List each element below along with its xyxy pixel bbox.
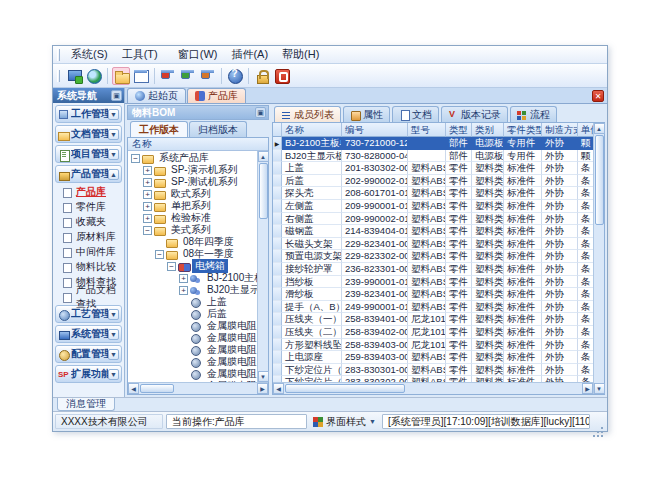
- chevron-down-icon[interactable]: ▼: [108, 149, 119, 160]
- menu-item-5[interactable]: 帮助(H): [275, 47, 326, 61]
- column-header-2[interactable]: 编号: [342, 123, 408, 137]
- table-row[interactable]: 上电源座259-839403-00X塑料ABS零件塑料类标准件外协条: [273, 351, 593, 364]
- bom-tab-2[interactable]: 归档版本: [189, 121, 247, 137]
- sidebar-group-7[interactable]: 配置管理▼: [55, 345, 122, 363]
- sidebar-group-3[interactable]: 项目管理▼: [55, 145, 122, 163]
- expand-icon[interactable]: +: [179, 286, 188, 295]
- tree-hscroll-thumb[interactable]: [140, 384, 174, 393]
- table-row[interactable]: 后盖202-990002-01X塑料ABS零件塑料类标准件外协条: [273, 175, 593, 188]
- scroll-down-icon[interactable]: ▼: [594, 383, 605, 394]
- column-header-1[interactable]: 名称: [282, 123, 342, 137]
- sidebar-item-8[interactable]: 产品文档查找: [53, 290, 124, 303]
- scroll-left-icon[interactable]: ◀: [128, 383, 139, 394]
- menu-grip[interactable]: [57, 49, 60, 61]
- table-row[interactable]: 探头壳208-601701-01X塑料ABS零件塑料类标准件外协条: [273, 187, 593, 200]
- collapse-icon[interactable]: −: [131, 154, 140, 163]
- toolbar-grip[interactable]: [57, 70, 60, 82]
- chevron-down-icon[interactable]: ▼: [108, 369, 119, 380]
- column-header-6[interactable]: 零件类型: [504, 123, 542, 137]
- grid-vscroll-thumb[interactable]: [595, 135, 604, 225]
- expand-icon[interactable]: +: [179, 274, 188, 283]
- folder-open-icon[interactable]: [112, 67, 130, 85]
- resize-grip[interactable]: [593, 419, 605, 431]
- table-row[interactable]: 右侧盖209-990002-01X塑料ABS零件塑料类标准件外协条: [273, 213, 593, 226]
- column-header-3[interactable]: 型号: [408, 123, 446, 137]
- scroll-right-icon[interactable]: ▶: [582, 383, 593, 394]
- ui-style-dropdown[interactable]: 界面样式 ▼: [310, 414, 379, 430]
- menu-item-4[interactable]: 插件(A): [224, 47, 275, 61]
- sidebar-item-3[interactable]: 收藏夹: [53, 215, 124, 228]
- table-row[interactable]: 提手（A、B）249-990001-01X塑料ABS零件塑料类标准件外协条: [273, 301, 593, 314]
- tree-horizontal-scrollbar[interactable]: ◀ ▶: [128, 382, 268, 394]
- grid-tab-1[interactable]: 成员列表: [274, 106, 341, 122]
- chevron-down-icon[interactable]: ▼: [108, 109, 119, 120]
- sidebar-group-4[interactable]: 产品管理▲: [55, 165, 122, 183]
- doc-tab-1[interactable]: 起始页: [127, 88, 186, 103]
- sidebar-group-8[interactable]: 扩展功能▼: [55, 365, 122, 383]
- tree-node[interactable]: 上盖: [128, 296, 257, 308]
- menu-item-3[interactable]: 窗口(W): [171, 47, 225, 61]
- menu-item-1[interactable]: 系统(S): [64, 47, 115, 61]
- sidebar-item-6[interactable]: 物料比较: [53, 260, 124, 273]
- close-document-icon[interactable]: ✕: [592, 90, 604, 102]
- scroll-up-icon[interactable]: ▲: [594, 123, 605, 134]
- collapse-icon[interactable]: −: [155, 250, 164, 259]
- help-icon[interactable]: [226, 67, 244, 85]
- grid-tab-2[interactable]: 属性: [343, 106, 390, 122]
- window-close-icon[interactable]: [159, 67, 177, 85]
- table-row[interactable]: 上盖201-830302-00X塑料ABS零件塑料类标准件外协条: [273, 162, 593, 175]
- column-header-7[interactable]: 制造方式: [542, 123, 578, 137]
- chevron-down-icon[interactable]: ▼: [108, 349, 119, 360]
- chevron-down-icon[interactable]: ▼: [108, 329, 119, 340]
- expand-icon[interactable]: +: [143, 190, 152, 199]
- windows-icon[interactable]: [132, 67, 150, 85]
- table-row[interactable]: 方形塑料线坠258-839403-00X尼龙1010零件塑料类标准件外协条: [273, 339, 593, 352]
- bom-tab-1[interactable]: 工作版本: [130, 121, 188, 137]
- table-row[interactable]: 预置电源支架229-823302-00X塑料ABS零件塑料类标准件外协条: [273, 250, 593, 263]
- sidebar-menu-button[interactable]: ▣: [111, 90, 122, 101]
- bom-panel-menu-button[interactable]: ▣: [255, 107, 266, 118]
- sidebar-item-1[interactable]: 产品库: [53, 185, 124, 198]
- sidebar-item-5[interactable]: 中间件库: [53, 245, 124, 258]
- window-refresh-icon[interactable]: [179, 67, 197, 85]
- chevron-down-icon[interactable]: ▼: [108, 309, 119, 320]
- sidebar-item-2[interactable]: 零件库: [53, 200, 124, 213]
- table-row[interactable]: 长磁头支架229-823401-00X塑料ABS零件塑料类标准件外协条: [273, 238, 593, 251]
- tree-node[interactable]: +BJ20主显示板: [128, 284, 257, 296]
- sidebar-group-1[interactable]: 工作管理▼: [55, 105, 122, 123]
- chevron-up-icon[interactable]: ▲: [108, 169, 119, 180]
- tree-node[interactable]: 金属膜电阻器: [128, 380, 257, 382]
- column-header-4[interactable]: 类型: [446, 123, 472, 137]
- table-row[interactable]: BJ20主显示板730-828000-04X部件电源板专用件外协颗: [273, 150, 593, 163]
- chevron-down-icon[interactable]: ▼: [108, 129, 119, 140]
- collapse-icon[interactable]: −: [143, 226, 152, 235]
- table-row[interactable]: 下纱定位片（左）283-830301-00X塑料ABS零件塑料类标准件外协条: [273, 364, 593, 377]
- expand-icon[interactable]: +: [143, 178, 152, 187]
- collapse-icon[interactable]: −: [167, 262, 176, 271]
- tab-message-manager[interactable]: 消息管理: [57, 398, 115, 411]
- tree-vscroll-thumb[interactable]: [259, 163, 268, 219]
- sidebar-group-2[interactable]: 文档管理▼: [55, 125, 122, 143]
- sidebar-group-6[interactable]: 系统管理▼: [55, 325, 122, 343]
- grid-horizontal-scrollbar[interactable]: ◀ ▶: [273, 382, 593, 394]
- table-row[interactable]: 滑纱板239-823401-00X塑料ABS零件塑料类标准件外协条: [273, 288, 593, 301]
- table-row[interactable]: 压线夹（二）258-839402-00X尼龙1010零件塑料类标准件外协条: [273, 326, 593, 339]
- expand-icon[interactable]: +: [143, 214, 152, 223]
- menu-item-2[interactable]: 工具(T): [115, 47, 165, 61]
- scroll-down-icon[interactable]: ▼: [258, 371, 269, 382]
- monitor-icon[interactable]: [65, 67, 83, 85]
- grid-tab-4[interactable]: 版本记录: [441, 106, 508, 122]
- grid-hscroll-thumb[interactable]: [285, 384, 405, 393]
- window-power-icon[interactable]: [199, 67, 217, 85]
- scroll-left-icon[interactable]: ◀: [273, 383, 284, 394]
- tree-vertical-scrollbar[interactable]: ▲ ▼: [257, 151, 268, 382]
- table-row[interactable]: 挡纱板239-990001-01X塑料ABS零件塑料类标准件外协条: [273, 276, 593, 289]
- column-header-5[interactable]: 类别: [472, 123, 504, 137]
- table-row[interactable]: 磁钢盖214-839404-01X塑料ABS零件塑料类标准件外协条: [273, 225, 593, 238]
- exit-icon[interactable]: [273, 67, 291, 85]
- scroll-right-icon[interactable]: ▶: [257, 383, 268, 394]
- table-row[interactable]: 左侧盖209-990001-01X塑料ABS零件塑料类标准件外协条: [273, 200, 593, 213]
- lock-icon[interactable]: [253, 67, 271, 85]
- grid-vertical-scrollbar[interactable]: ▲ ▼: [593, 123, 604, 394]
- scroll-up-icon[interactable]: ▲: [258, 151, 269, 162]
